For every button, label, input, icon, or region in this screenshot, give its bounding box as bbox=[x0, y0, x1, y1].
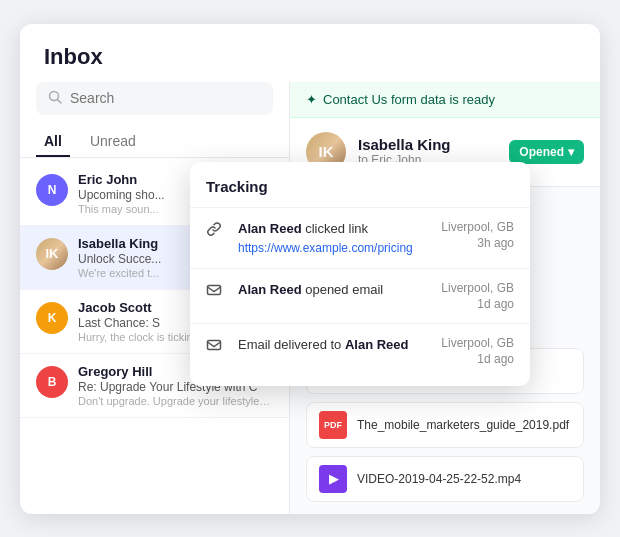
main-layout: All Unread N Eric John Upcoming sho... T… bbox=[20, 82, 600, 514]
tracking-time: 1d ago bbox=[477, 297, 514, 311]
opened-label: Opened bbox=[519, 145, 564, 159]
tracking-location: Liverpool, GB bbox=[441, 220, 514, 234]
notification-bar: ✦ Contact Us form data is ready bbox=[290, 82, 600, 118]
tracking-item: Alan Reed opened email Liverpool, GB 1d … bbox=[190, 269, 530, 324]
email-sender: Gregory Hill bbox=[78, 364, 152, 379]
link-icon bbox=[206, 221, 226, 241]
tracking-body: Email delivered to Alan Reed bbox=[238, 336, 429, 354]
sender-name: Isabella King bbox=[358, 136, 497, 153]
tracking-text: Email delivered to Alan Reed bbox=[238, 336, 429, 354]
svg-line-1 bbox=[58, 99, 62, 103]
tracking-body: Alan Reed clicked link https://www.examp… bbox=[238, 220, 429, 256]
avatar: B bbox=[36, 366, 68, 398]
opened-badge[interactable]: Opened ▾ bbox=[509, 140, 584, 164]
email-delivered-icon bbox=[206, 337, 226, 357]
tracking-location: Liverpool, GB bbox=[441, 281, 514, 295]
tracking-location: Liverpool, GB bbox=[441, 336, 514, 350]
attachment-item[interactable]: PDF The_mobile_marketers_guide_2019.pdf bbox=[306, 402, 584, 448]
tracking-right: Liverpool, GB 3h ago bbox=[441, 220, 514, 250]
search-icon bbox=[48, 90, 62, 107]
tracking-time: 3h ago bbox=[477, 236, 514, 250]
tracking-text: Alan Reed clicked link bbox=[238, 220, 429, 238]
notification-icon: ✦ bbox=[306, 92, 317, 107]
tracking-item: Email delivered to Alan Reed Liverpool, … bbox=[190, 324, 530, 378]
svg-rect-3 bbox=[208, 340, 221, 349]
search-bar[interactable] bbox=[36, 82, 273, 115]
tracking-title: Tracking bbox=[190, 178, 530, 208]
svg-rect-2 bbox=[208, 285, 221, 294]
tracking-body: Alan Reed opened email bbox=[238, 281, 429, 299]
chevron-down-icon: ▾ bbox=[568, 145, 574, 159]
attachment-item[interactable]: ▶ VIDEO-2019-04-25-22-52.mp4 bbox=[306, 456, 584, 502]
tracking-item: Alan Reed clicked link https://www.examp… bbox=[190, 208, 530, 269]
tab-unread[interactable]: Unread bbox=[82, 127, 144, 157]
email-preview: Don't upgrade. Upgrade your lifestyle wi… bbox=[78, 395, 273, 407]
avatar: IK bbox=[36, 238, 68, 270]
tracking-text: Alan Reed opened email bbox=[238, 281, 429, 299]
tracking-right: Liverpool, GB 1d ago bbox=[441, 336, 514, 366]
tracking-right: Liverpool, GB 1d ago bbox=[441, 281, 514, 311]
tracking-dropdown: Tracking Alan Reed clicked link https://… bbox=[190, 162, 530, 386]
app-container: Inbox All Unread N bbox=[20, 24, 600, 514]
tab-all[interactable]: All bbox=[36, 127, 70, 157]
tracking-time: 1d ago bbox=[477, 352, 514, 366]
page-title: Inbox bbox=[20, 24, 600, 82]
email-sender: Eric John bbox=[78, 172, 137, 187]
tracking-link[interactable]: https://www.example.com/pricing bbox=[238, 241, 413, 255]
search-input[interactable] bbox=[70, 90, 261, 106]
attachment-filename: The_mobile_marketers_guide_2019.pdf bbox=[357, 418, 569, 432]
notification-text: Contact Us form data is ready bbox=[323, 92, 495, 107]
attachment-filename: VIDEO-2019-04-25-22-52.mp4 bbox=[357, 472, 521, 486]
email-sender: Jacob Scott bbox=[78, 300, 152, 315]
email-open-icon bbox=[206, 282, 226, 302]
pdf-icon: PDF bbox=[319, 411, 347, 439]
video-icon: ▶ bbox=[319, 465, 347, 493]
email-sender: Isabella King bbox=[78, 236, 158, 251]
tabs: All Unread bbox=[20, 127, 289, 158]
avatar: N bbox=[36, 174, 68, 206]
avatar: K bbox=[36, 302, 68, 334]
